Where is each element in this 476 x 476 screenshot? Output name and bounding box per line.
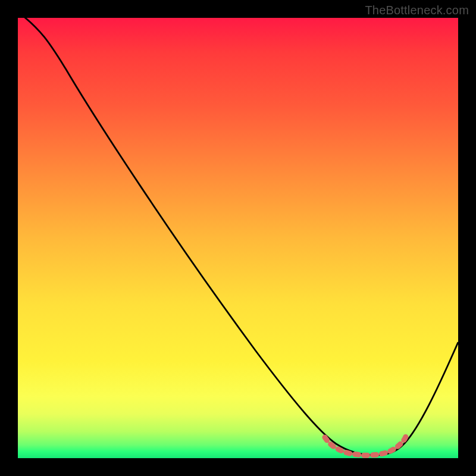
plot-area bbox=[18, 18, 458, 458]
curve-layer bbox=[18, 18, 458, 458]
chart-frame: TheBottleneck.com bbox=[0, 0, 476, 476]
bottleneck-curve bbox=[18, 18, 458, 455]
watermark-text: TheBottleneck.com bbox=[365, 4, 469, 17]
